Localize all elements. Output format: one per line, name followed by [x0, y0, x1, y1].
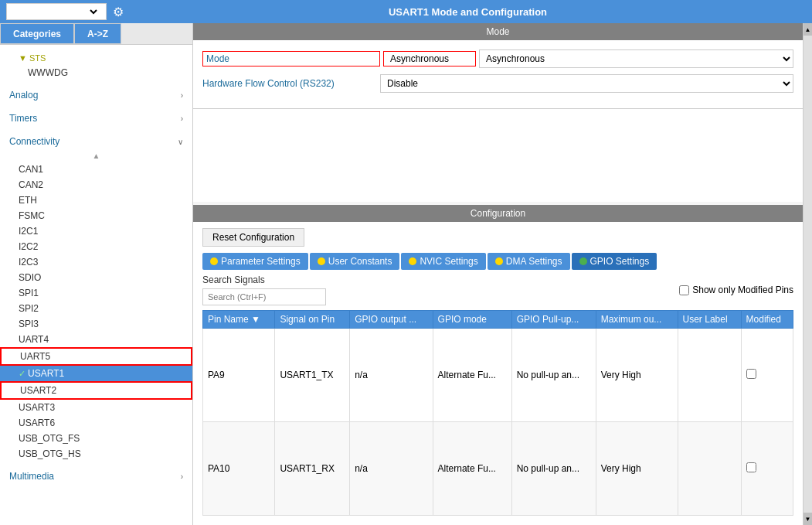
multimedia-label: Multimedia [9, 471, 54, 482]
tab-user-constants[interactable]: User Constants [310, 253, 400, 270]
search-input[interactable] [7, 4, 84, 19]
cell-pa9-pullup: No pull-up an... [511, 329, 596, 422]
sidebar-group-multimedia: Multimedia › [0, 465, 192, 488]
table-header-row: Pin Name ▼ Signal on Pin GPIO output ...… [203, 311, 793, 329]
col-gpio-mode[interactable]: GPIO mode [433, 311, 511, 329]
sidebar-group-analog: Analog › [0, 84, 192, 107]
tab-atoz[interactable]: A->Z [74, 23, 121, 44]
sidebar-item-spi2[interactable]: SPI2 [0, 301, 192, 316]
content-with-scroll: Mode Mode Asynchronous Asynchronous Hard… [193, 23, 812, 525]
cell-pa10-pin: PA10 [203, 422, 275, 516]
sidebar-item-fsmc[interactable]: FSMC [0, 208, 192, 223]
tab-categories[interactable]: Categories [0, 23, 74, 44]
user-constants-dot [318, 257, 325, 265]
search-box[interactable] [6, 3, 107, 20]
multimedia-chevron: › [181, 472, 183, 481]
analog-label: Analog [9, 90, 38, 101]
col-gpio-output[interactable]: GPIO output ... [350, 311, 433, 329]
sidebar-item-usb-otg-hs[interactable]: USB_OTG_HS [0, 446, 192, 462]
cell-pa10-gpio-mode: Alternate Fu... [433, 422, 511, 516]
sidebar-header-timers[interactable]: Timers › [0, 110, 192, 127]
sidebar-item-spi1[interactable]: SPI1 [0, 285, 192, 301]
sidebar-item-i2c2[interactable]: I2C2 [0, 239, 192, 254]
right-content: Mode Mode Asynchronous Asynchronous Hard… [193, 23, 803, 525]
show-modified-checkbox[interactable] [679, 285, 689, 295]
mode-row-1: Mode Asynchronous Asynchronous [202, 49, 793, 68]
col-signal[interactable]: Signal on Pin [275, 311, 350, 329]
sidebar-header-multimedia[interactable]: Multimedia › [0, 468, 192, 485]
top-bar: ⚙ USART1 Mode and Configuration [0, 0, 812, 23]
sidebar-item-usart3[interactable]: USART3 [0, 400, 192, 415]
sidebar-item-can2[interactable]: CAN2 [0, 177, 192, 193]
sidebar-item-usart6[interactable]: USART6 [0, 415, 192, 431]
pa9-modified-checkbox[interactable] [746, 369, 756, 379]
sidebar-item-wwwdg[interactable]: WWWDG [0, 65, 192, 80]
dma-dot [495, 257, 503, 265]
tab-gpio-settings[interactable]: GPIO Settings [572, 253, 657, 270]
sidebar-tabs: Categories A->Z [0, 23, 192, 45]
sidebar-content: ▼ STS WWWDG Analog › Timers › Conn [0, 45, 192, 525]
col-user-label[interactable]: User Label [678, 311, 741, 329]
connectivity-label: Connectivity [9, 136, 59, 147]
table-area: Search Signals Show only Modified Pins P… [193, 274, 803, 525]
gpio-label: GPIO Settings [590, 256, 650, 267]
timers-label: Timers [9, 113, 37, 124]
sidebar-item-i2c1[interactable]: I2C1 [0, 223, 192, 239]
mode-section: Mode Mode Asynchronous Asynchronous Hard… [193, 23, 803, 109]
main-title: USART1 Mode and Configuration [130, 6, 806, 18]
sidebar-item-i2c3[interactable]: I2C3 [0, 254, 192, 270]
col-gpio-pullup[interactable]: GPIO Pull-up... [511, 311, 596, 329]
scroll-down-btn[interactable]: ▼ [804, 513, 812, 525]
mode-label: Mode [202, 51, 380, 66]
tab-nvic-settings[interactable]: NVIC Settings [401, 253, 485, 270]
cell-pa10-modified [741, 422, 793, 516]
hardware-flow-label: Hardware Flow Control (RS232) [202, 78, 380, 89]
parameter-label: Parameter Settings [221, 256, 301, 267]
sidebar-header-connectivity[interactable]: Connectivity ∨ [0, 133, 192, 150]
sidebar-item-uart4[interactable]: UART4 [0, 332, 192, 347]
sidebar-header-analog[interactable]: Analog › [0, 87, 192, 104]
cell-pa9-modified [741, 329, 793, 422]
table-body: PA9 USART1_TX n/a Alternate Fu... No pul… [203, 329, 793, 516]
dma-label: DMA Settings [506, 256, 562, 267]
sidebar-item-usb-otg-fs[interactable]: USB_OTG_FS [0, 431, 192, 446]
tab-parameter-settings[interactable]: Parameter Settings [202, 253, 308, 270]
sidebar-item-usart2[interactable]: USART2 [0, 381, 192, 400]
sidebar-item-spi3[interactable]: SPI3 [0, 316, 192, 332]
nvic-dot [409, 257, 416, 265]
cell-pa9-pin: PA9 [203, 329, 275, 422]
pa10-modified-checkbox[interactable] [746, 462, 756, 472]
connectivity-chevron: ∨ [178, 138, 183, 146]
sidebar-item-can1[interactable]: CAN1 [0, 162, 192, 177]
sidebar-item-eth[interactable]: ETH [0, 193, 192, 208]
cell-pa9-gpio-mode: Alternate Fu... [433, 329, 511, 422]
right-scrollbar[interactable]: ▲ ▼ [803, 23, 812, 525]
timers-chevron: › [181, 114, 183, 123]
table-header: Pin Name ▼ Signal on Pin GPIO output ...… [203, 311, 793, 329]
config-section: Configuration Reset Configuration Parame… [193, 205, 803, 525]
gpio-dot [579, 257, 587, 265]
search-signals-input[interactable] [202, 288, 326, 305]
gear-button[interactable]: ⚙ [113, 5, 124, 19]
sidebar-item-usart1[interactable]: USART1 [0, 366, 192, 381]
sidebar-item-sts[interactable]: ▼ STS [0, 51, 192, 65]
table-row: PA10 USART1_RX n/a Alternate Fu... No pu… [203, 422, 793, 516]
col-pin-name[interactable]: Pin Name ▼ [203, 311, 275, 329]
tab-dma-settings[interactable]: DMA Settings [488, 253, 570, 270]
cell-pa10-max: Very High [596, 422, 678, 516]
reset-configuration-button[interactable]: Reset Configuration [202, 228, 304, 247]
cell-pa9-label [678, 329, 741, 422]
cell-pa10-pullup: No pull-up an... [511, 422, 596, 516]
search-dropdown[interactable] [84, 4, 100, 19]
sidebar-item-sdio[interactable]: SDIO [0, 270, 192, 285]
hardware-flow-select[interactable]: Disable [380, 74, 793, 93]
col-modified[interactable]: Modified [741, 311, 793, 329]
mode-select[interactable]: Asynchronous [479, 49, 793, 68]
sidebar-group-sts: ▼ STS WWWDG [0, 48, 192, 84]
config-toolbar: Reset Configuration [193, 222, 803, 253]
signal-table: Pin Name ▼ Signal on Pin GPIO output ...… [202, 310, 793, 516]
col-max-output[interactable]: Maximum ou... [596, 311, 678, 329]
scroll-up-btn[interactable]: ▲ [804, 23, 812, 36]
search-signals-row: Search Signals Show only Modified Pins [202, 274, 793, 305]
sidebar-item-uart5[interactable]: UART5 [0, 347, 192, 366]
